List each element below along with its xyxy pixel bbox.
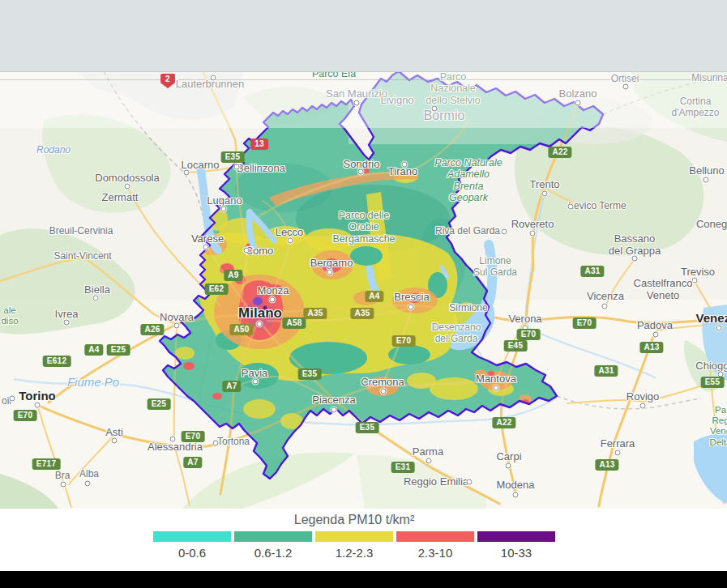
map-graphic — [0, 0, 727, 588]
legend: Legenda PM10 t/km² 0-0.60.6-1.21.2-2.32.… — [0, 509, 727, 571]
legend-label-1-2-2-3: 1.2-2.3 — [315, 546, 393, 560]
map-canvas[interactable] — [0, 0, 727, 588]
legend-swatch-1-2-2-3 — [315, 531, 393, 542]
legend-title: Legenda PM10 t/km² — [294, 513, 415, 527]
legend-label-10-33: 10-33 — [477, 546, 555, 560]
legend-swatch-2-3-10 — [396, 531, 474, 542]
legend-label-0-0-6: 0-0.6 — [153, 546, 231, 560]
legend-label-0-6-1-2: 0.6-1.2 — [234, 546, 312, 560]
app-window: TorinoMilanoVeneziaVareseComoLeccoSondri… — [0, 0, 727, 588]
legend-label-2-3-10: 2.3-10 — [396, 546, 474, 560]
legend-swatch-0-6-1-2 — [234, 531, 312, 542]
bottom-bar — [0, 571, 727, 588]
top-bar — [0, 0, 727, 72]
legend-swatch-10-33 — [477, 531, 555, 542]
legend-swatch-0-0-6 — [153, 531, 231, 542]
